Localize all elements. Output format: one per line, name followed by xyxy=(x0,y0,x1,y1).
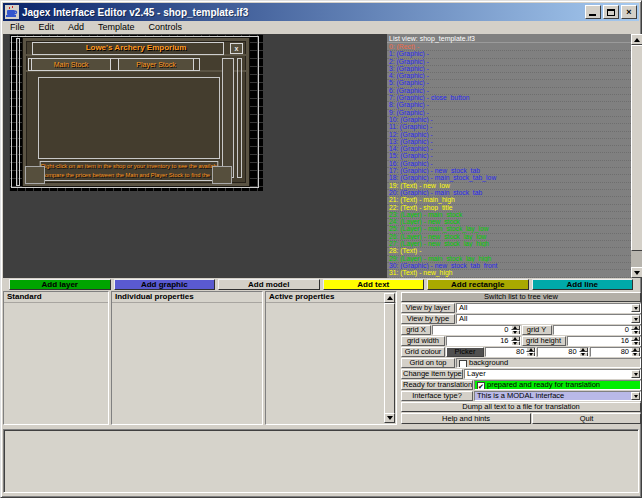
list-item-9[interactable]: 9: (Graphic) - xyxy=(387,110,631,117)
list-item-14[interactable]: 14: (Graphic) - xyxy=(387,146,631,153)
list-item-8[interactable]: 8: (Graphic) - xyxy=(387,102,631,109)
spinner-arrows[interactable] xyxy=(631,347,640,357)
spinner-arrows[interactable] xyxy=(511,336,520,346)
list-scrollbar[interactable] xyxy=(631,34,642,278)
preview-canvas[interactable]: Lowe's Archery Emporium x Main Stock Pla… xyxy=(9,34,263,191)
list-item-0[interactable]: 0: (Rect) - xyxy=(387,44,631,51)
shop-scrollbar-strip-outline[interactable] xyxy=(237,58,242,178)
grid-width-spinner[interactable]: 16 xyxy=(446,336,521,346)
list-item-29[interactable]: 29: (Layer) - main_stock_lay_high xyxy=(387,256,631,263)
list-item-1[interactable]: 1: (Graphic) - xyxy=(387,51,631,58)
app-icon xyxy=(5,5,19,19)
list-item-19[interactable]: 19: (Text) - new_low xyxy=(387,183,631,190)
list-item-20[interactable]: 20: (Graphic) - main_stock_tab xyxy=(387,190,631,197)
list-item-3[interactable]: 3: (Graphic) - xyxy=(387,66,631,73)
spinner-arrows[interactable] xyxy=(631,336,640,346)
add-graphic-button[interactable]: Add graphic xyxy=(114,279,216,290)
chevron-down-icon[interactable] xyxy=(631,392,640,400)
list-item-27[interactable]: 27: (Layer) - new_stock_lay_high xyxy=(387,241,631,248)
shop-info-line1: Right-click on an item in the shop or yo… xyxy=(41,162,218,171)
add-rectangle-button[interactable]: Add rectangle xyxy=(427,279,529,290)
chevron-down-icon[interactable] xyxy=(631,304,640,312)
list-item-23[interactable]: 23: (Layer) - main_stock xyxy=(387,212,631,219)
active-scroll-down-button[interactable] xyxy=(384,413,395,423)
add-model-button[interactable]: Add model xyxy=(218,279,320,290)
help-and-hints-button[interactable]: Help and hints xyxy=(401,413,531,424)
active-properties-scrollbar[interactable] xyxy=(384,293,395,423)
list-item-5[interactable]: 5: (Graphic) - xyxy=(387,80,631,87)
list-item-7[interactable]: 7: (Graphic) - close_button xyxy=(387,95,631,102)
list-item-21[interactable]: 21: (Text) - main_high xyxy=(387,197,631,204)
background-checkbox[interactable] xyxy=(459,360,467,368)
shop-corner-bottom-right[interactable] xyxy=(212,166,232,184)
grid-x-spinner[interactable]: 0 xyxy=(432,325,521,335)
menu-item-file[interactable]: File xyxy=(3,21,32,34)
list-item-16[interactable]: 16: (Graphic) - xyxy=(387,161,631,168)
list-item-18[interactable]: 18: (Graphic) - main_stock_tab_low xyxy=(387,175,631,182)
spinner-arrows[interactable] xyxy=(526,347,535,357)
grid-green-spinner[interactable]: 80 xyxy=(537,347,588,357)
change-item-type-dropdown[interactable]: Layer xyxy=(464,369,641,379)
add-text-button[interactable]: Add text xyxy=(323,279,425,290)
menu-item-edit[interactable]: Edit xyxy=(32,21,62,34)
maximize-button[interactable] xyxy=(603,5,619,19)
list-item-17[interactable]: 17: (Graphic) - new_stock_tab xyxy=(387,168,631,175)
list-item-24[interactable]: 24: (Layer) - new_stock xyxy=(387,219,631,226)
grid-y-spinner[interactable]: 0 xyxy=(553,325,642,335)
spinner-arrows[interactable] xyxy=(579,347,588,357)
menu-item-template[interactable]: Template xyxy=(91,21,142,34)
shop-scrollbar-strip[interactable] xyxy=(222,58,234,178)
change-item-type-label: Change item type xyxy=(401,369,463,379)
tab-player-stock[interactable]: Player Stock xyxy=(118,58,194,71)
list-item-11[interactable]: 11: (Graphic) - xyxy=(387,124,631,131)
menu-item-controls[interactable]: Controls xyxy=(142,21,190,34)
list-item-12[interactable]: 12: (Graphic) - xyxy=(387,132,631,139)
chevron-down-icon[interactable] xyxy=(631,370,640,378)
active-scroll-up-button[interactable] xyxy=(384,293,395,303)
list-item-28[interactable]: 28: (Text) - xyxy=(387,248,631,255)
list-item-4[interactable]: 4: (Graphic) - xyxy=(387,73,631,80)
list-item-2[interactable]: 2: (Graphic) - xyxy=(387,59,631,66)
list-scrollbar-thumb[interactable] xyxy=(631,45,642,251)
active-scrollbar-thumb[interactable] xyxy=(384,303,395,415)
spinner-arrows[interactable] xyxy=(511,325,520,335)
editor-viewport[interactable]: Lowe's Archery Emporium x Main Stock Pla… xyxy=(3,34,387,278)
menu-item-add[interactable]: Add xyxy=(61,21,91,34)
list-item-25[interactable]: 25: (Layer) - main_stock_lay_low xyxy=(387,226,631,233)
grid-height-spinner[interactable]: 16 xyxy=(567,336,642,346)
minimize-button[interactable] xyxy=(585,5,601,19)
shop-content-area[interactable] xyxy=(38,77,220,159)
list-item-10[interactable]: 10: (Graphic) - xyxy=(387,117,631,124)
list-item-15[interactable]: 15: (Graphic) - xyxy=(387,153,631,160)
shop-close-button[interactable]: x xyxy=(230,43,243,54)
quit-button[interactable]: Quit xyxy=(532,413,641,424)
view-by-layer-dropdown[interactable]: All xyxy=(456,303,641,313)
list-scroll-up-button[interactable] xyxy=(631,34,642,45)
list-item-26[interactable]: 26: (Layer) - new_stock_lay_low xyxy=(387,234,631,241)
spinner-arrows[interactable] xyxy=(631,325,640,335)
view-by-type-dropdown[interactable]: All xyxy=(456,314,641,324)
grid-colour-picker-button[interactable]: Picker xyxy=(446,347,484,357)
list-item-30[interactable]: 30: (Graphic) - new_stock_tab_front xyxy=(387,263,631,270)
list-item-31[interactable]: 31: (Text) - new_high xyxy=(387,270,631,277)
tab-main-stock[interactable]: Main Stock xyxy=(31,58,111,71)
list-item-6[interactable]: 6: (Graphic) - xyxy=(387,88,631,95)
grid-blue-spinner[interactable]: 80 xyxy=(590,347,641,357)
shop-interface[interactable]: Lowe's Archery Emporium x Main Stock Pla… xyxy=(23,38,249,186)
ready-for-translation-checkbox[interactable]: ✔ xyxy=(477,382,485,390)
list-item-22[interactable]: 22: (Text) - shop_title xyxy=(387,205,631,212)
add-line-button[interactable]: Add line xyxy=(532,279,634,290)
add-layer-button[interactable]: Add layer xyxy=(9,279,111,290)
minimize-icon xyxy=(589,14,596,16)
shop-corner-bottom-left[interactable] xyxy=(25,166,45,184)
interface-type-dropdown[interactable]: This is a MODAL interface xyxy=(474,391,641,401)
chevron-down-icon[interactable] xyxy=(631,315,640,323)
close-button[interactable]: × xyxy=(621,5,637,19)
list-scroll-down-button[interactable] xyxy=(631,267,642,278)
component-list-panel: List view: shop_template.if3 0: (Rect) -… xyxy=(387,34,642,278)
switch-list-tree-button[interactable]: Switch list to tree view xyxy=(401,292,641,302)
dump-text-button[interactable]: Dump all text to a file for translation xyxy=(401,402,641,412)
grid-red-spinner[interactable]: 80 xyxy=(485,347,536,357)
list-item-13[interactable]: 13: (Graphic) - xyxy=(387,139,631,146)
left-edge-outline[interactable] xyxy=(16,38,20,186)
